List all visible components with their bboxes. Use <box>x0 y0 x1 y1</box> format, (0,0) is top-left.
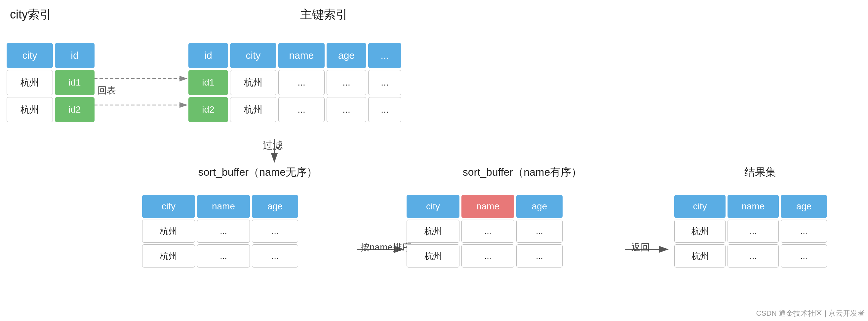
sort-buffer-sorted-table: city name age 杭州 ... ... 杭州 ... ... <box>407 195 563 267</box>
primary-index-table: id city name age ... id1 杭州 ... ... ... … <box>188 43 401 122</box>
sb-unsorted-r1-name: ... <box>197 220 250 243</box>
guolv-label: 过滤 <box>263 139 283 152</box>
pk-row2-age: ... <box>327 97 366 122</box>
city-idx-row2-city: 杭州 <box>7 97 53 122</box>
pk-row1-id: id1 <box>188 70 228 95</box>
rs-r2-name: ... <box>727 245 779 267</box>
rs-header-city: city <box>674 195 725 218</box>
sb-sorted-r1-name: ... <box>461 220 514 243</box>
huibiao-label: 回表 <box>97 84 116 97</box>
result-set-title: 结果集 <box>674 165 846 180</box>
sb-unsorted-r2-city: 杭州 <box>142 245 195 267</box>
city-idx-header-city: city <box>7 43 53 68</box>
sb-unsorted-r2-age: ... <box>252 245 298 267</box>
pk-row2-etc: ... <box>368 97 401 122</box>
sb-sorted-r2-city: 杭州 <box>407 245 460 267</box>
sb-sorted-header-age: age <box>516 195 563 218</box>
city-idx-row1-city: 杭州 <box>7 70 53 95</box>
city-idx-row2-id: id2 <box>55 97 95 122</box>
rs-r1-age: ... <box>781 220 827 243</box>
sort-buffer-unsorted-title: sort_buffer（name无序） <box>142 165 373 180</box>
sb-sorted-r2-age: ... <box>516 245 563 267</box>
sb-sorted-r1-age: ... <box>516 220 563 243</box>
sb-sorted-header-name: name <box>461 195 514 218</box>
sort-buffer-unsorted-table: city name age 杭州 ... ... 杭州 ... ... <box>142 195 298 267</box>
watermark: CSDN 通金技术社区 | 京云开发者 <box>756 309 865 318</box>
city-index-table: city id 杭州 id1 杭州 id2 <box>7 43 95 122</box>
pk-header-etc: ... <box>368 43 401 68</box>
sb-unsorted-header-name: name <box>197 195 250 218</box>
sb-unsorted-header-age: age <box>252 195 298 218</box>
pk-row1-etc: ... <box>368 70 401 95</box>
rs-r2-age: ... <box>781 245 827 267</box>
rs-r1-name: ... <box>727 220 779 243</box>
main-diagram: city索引 主键索引 city id 杭州 id1 杭州 id2 回表 id … <box>0 0 868 321</box>
pk-row1-name: ... <box>278 70 324 95</box>
rs-header-age: age <box>781 195 827 218</box>
arrows-svg <box>0 0 868 321</box>
rs-r2-city: 杭州 <box>674 245 725 267</box>
sb-sorted-r2-name: ... <box>461 245 514 267</box>
sb-sorted-header-city: city <box>407 195 460 218</box>
pk-header-id: id <box>188 43 228 68</box>
pk-row2-city: 杭州 <box>230 97 276 122</box>
pk-header-age: age <box>327 43 366 68</box>
pk-row1-age: ... <box>327 70 366 95</box>
result-set-table: city name age 杭州 ... ... 杭州 ... ... <box>674 195 827 267</box>
rs-r1-city: 杭州 <box>674 220 725 243</box>
city-idx-row1-id: id1 <box>55 70 95 95</box>
pk-row2-name: ... <box>278 97 324 122</box>
rs-header-name: name <box>727 195 779 218</box>
return-label: 返回 <box>631 241 650 254</box>
city-index-title: city索引 <box>10 7 52 23</box>
pk-row2-id: id2 <box>188 97 228 122</box>
sb-unsorted-r1-city: 杭州 <box>142 220 195 243</box>
sb-unsorted-r1-age: ... <box>252 220 298 243</box>
pk-row1-city: 杭州 <box>230 70 276 95</box>
pk-header-city: city <box>230 43 276 68</box>
pk-header-name: name <box>278 43 324 68</box>
sb-unsorted-r2-name: ... <box>197 245 250 267</box>
by-name-sort-label: 按name排序 <box>360 241 411 254</box>
city-idx-header-id: id <box>55 43 95 68</box>
sb-sorted-r1-city: 杭州 <box>407 220 460 243</box>
sb-unsorted-header-city: city <box>142 195 195 218</box>
primary-index-title: 主键索引 <box>225 7 423 23</box>
sort-buffer-sorted-title: sort_buffer（name有序） <box>407 165 638 180</box>
